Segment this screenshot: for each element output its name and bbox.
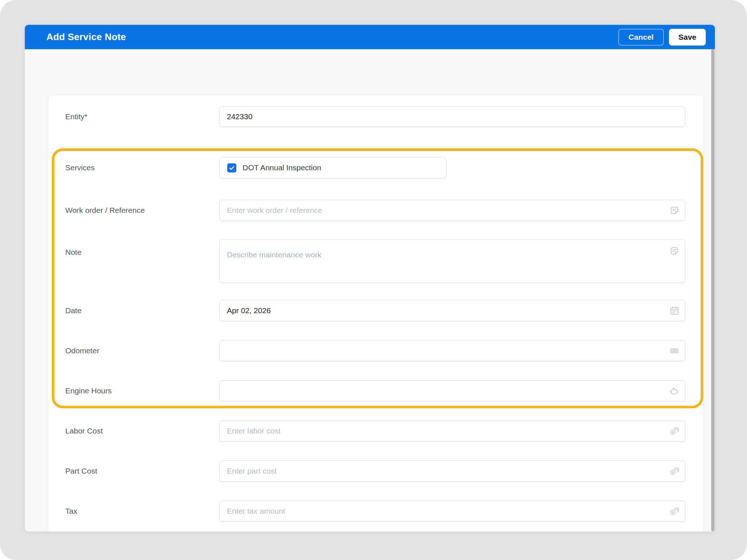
save-button[interactable]: Save	[669, 29, 706, 46]
labor-cost-label: Labor Cost	[65, 427, 103, 435]
part-cost-field[interactable]	[219, 460, 685, 482]
date-field[interactable]	[219, 300, 685, 321]
entity-field[interactable]	[219, 106, 685, 127]
engine-hours-field[interactable]	[219, 380, 685, 401]
page-title: Add Service Note	[46, 31, 126, 43]
odometer-icon	[669, 346, 680, 356]
header-actions: Cancel Save	[618, 25, 706, 49]
part-cost-row: Part Cost	[48, 460, 704, 482]
labor-cost-field[interactable]	[219, 420, 685, 442]
work-order-row: Work order / Reference	[48, 200, 704, 221]
date-row: Date	[48, 300, 704, 321]
engine-icon	[669, 386, 680, 396]
modal-header: Add Service Note Cancel Save	[25, 25, 715, 49]
note-label: Note	[65, 248, 81, 257]
engine-hours-row: Engine Hours	[48, 380, 704, 401]
note-field[interactable]	[219, 239, 685, 283]
labor-cost-row: Labor Cost	[48, 420, 704, 442]
date-label: Date	[65, 306, 81, 315]
scrollbar-thumb[interactable]	[711, 49, 715, 532]
work-order-field[interactable]	[219, 200, 685, 221]
money-icon	[669, 426, 680, 436]
services-option[interactable]: DOT Annual Inspection	[219, 157, 446, 178]
entity-label: Entity*	[65, 112, 88, 121]
services-row: Services DOT Annual Inspection	[48, 157, 704, 178]
checkbox-checked-icon[interactable]	[227, 163, 236, 172]
odometer-label: Odometer	[65, 346, 99, 355]
screen-background: Add Service Note Cancel Save Entity*	[0, 0, 747, 560]
work-order-label: Work order / Reference	[65, 206, 145, 215]
odometer-field[interactable]	[219, 340, 685, 361]
modal-body: Entity* Services DOT Annual Inspection	[25, 49, 715, 532]
note-icon	[669, 246, 680, 256]
money-icon	[669, 466, 680, 476]
scrollbar-track[interactable]	[711, 49, 715, 532]
add-service-note-modal: Add Service Note Cancel Save Entity*	[25, 25, 715, 532]
tax-row: Tax	[48, 501, 704, 522]
form-card: Entity* Services DOT Annual Inspection	[48, 95, 704, 532]
cancel-button[interactable]: Cancel	[618, 29, 664, 46]
entity-row: Entity*	[48, 106, 704, 127]
engine-hours-label: Engine Hours	[65, 386, 112, 395]
tax-label: Tax	[65, 507, 77, 516]
money-icon	[669, 506, 680, 516]
note-icon	[669, 205, 680, 215]
services-option-label: DOT Annual Inspection	[243, 163, 321, 172]
part-cost-label: Part Cost	[65, 467, 97, 475]
note-row: Note	[48, 239, 704, 283]
calendar-icon	[669, 306, 680, 316]
odometer-row: Odometer	[48, 340, 704, 361]
tax-field[interactable]	[219, 501, 685, 522]
services-label: Services	[65, 163, 95, 172]
